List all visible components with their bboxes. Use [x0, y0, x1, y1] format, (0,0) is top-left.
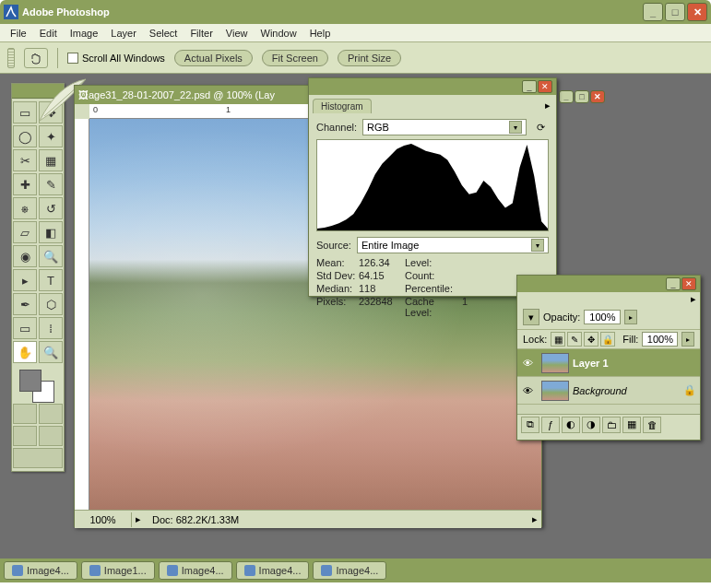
doc2-minimize[interactable]: _: [559, 90, 574, 103]
adjustment-layer-icon[interactable]: ◑: [582, 417, 600, 433]
hand-tool[interactable]: ✋: [13, 341, 37, 363]
panel-menu-icon[interactable]: ▸: [691, 293, 696, 305]
lasso-tool[interactable]: ◯: [13, 125, 37, 147]
zoom-tool[interactable]: 🔍: [39, 341, 63, 363]
eyedropper-tool[interactable]: ⁞: [39, 317, 63, 339]
color-swatches[interactable]: [12, 366, 64, 401]
menu-window[interactable]: Window: [255, 26, 303, 41]
opacity-input[interactable]: 100%: [584, 310, 621, 324]
document-statusbar: 100% ▸ Doc: 682.2K/1.33M ▸: [75, 510, 541, 528]
layer-row[interactable]: 👁 Layer 1: [517, 349, 700, 377]
zoom-field[interactable]: 100%: [75, 512, 132, 527]
quickmask-off[interactable]: [13, 404, 37, 424]
print-size-button[interactable]: Print Size: [338, 50, 401, 66]
layer-row[interactable]: 👁 Background 🔒: [517, 377, 700, 405]
link-layers-icon[interactable]: ⧉: [521, 417, 539, 433]
layers-close[interactable]: ✕: [681, 277, 696, 290]
move-tool[interactable]: ✥: [39, 101, 63, 123]
close-button[interactable]: ✕: [687, 3, 707, 21]
menu-filter[interactable]: Filter: [184, 26, 219, 41]
screenmode-2[interactable]: [39, 426, 63, 446]
eraser-tool[interactable]: ▱: [13, 221, 37, 243]
layers-titlebar[interactable]: _ ✕: [517, 276, 700, 292]
layers-minimize[interactable]: _: [666, 277, 681, 290]
quickmask-on[interactable]: [39, 404, 63, 424]
options-grip[interactable]: [7, 48, 15, 68]
fit-screen-button[interactable]: Fit Screen: [262, 50, 328, 66]
source-select[interactable]: Entire Image ▾: [357, 237, 549, 253]
maximize-button[interactable]: □: [665, 3, 685, 21]
panel-close[interactable]: ✕: [538, 80, 552, 93]
slice-tool[interactable]: ▦: [39, 149, 63, 171]
lock-paint-icon[interactable]: ✎: [567, 332, 582, 347]
opacity-stepper[interactable]: ▸: [624, 310, 637, 324]
histogram-panel: _ ✕ Histogram ▸ Channel: RGB ▾ ⟳: [308, 77, 557, 297]
crop-tool[interactable]: ✂: [13, 149, 37, 171]
layer-style-icon[interactable]: ƒ: [541, 417, 560, 433]
lock-position-icon[interactable]: ✥: [584, 332, 598, 347]
delete-layer-icon[interactable]: 🗑: [643, 417, 661, 433]
task-button[interactable]: Image4...: [159, 561, 232, 580]
refresh-icon[interactable]: ⟳: [532, 122, 549, 134]
wand-tool[interactable]: ✦: [39, 125, 63, 147]
marquee-tool[interactable]: ▭: [13, 101, 37, 123]
layer-list: 👁 Layer 1 👁 Background 🔒: [517, 349, 700, 414]
foreground-swatch[interactable]: [19, 370, 41, 392]
menu-edit[interactable]: Edit: [33, 26, 64, 41]
status-menu-arrow[interactable]: ▸: [132, 513, 145, 525]
layer-mask-icon[interactable]: ◐: [562, 417, 580, 433]
pen-tool[interactable]: ✒: [13, 293, 37, 315]
doc2-maximize[interactable]: □: [575, 90, 589, 103]
layer-name[interactable]: Layer 1: [573, 358, 700, 369]
path-tool[interactable]: ▸: [13, 269, 37, 291]
layer-thumbnail[interactable]: [541, 353, 569, 373]
heal-tool[interactable]: ✚: [13, 173, 37, 195]
type-tool[interactable]: T: [39, 269, 63, 291]
channel-select[interactable]: RGB ▾: [362, 119, 527, 135]
task-button[interactable]: Image1...: [81, 561, 155, 580]
menu-file[interactable]: File: [4, 26, 33, 41]
brush-tool[interactable]: ✎: [39, 173, 63, 195]
menu-help[interactable]: Help: [303, 26, 338, 41]
menu-view[interactable]: View: [219, 26, 255, 41]
shape-tool[interactable]: ⬡: [39, 293, 63, 315]
panel-titlebar[interactable]: _ ✕: [309, 78, 556, 95]
palette-grip[interactable]: [12, 84, 64, 99]
lock-transparency-icon[interactable]: ▦: [551, 332, 565, 347]
task-button[interactable]: Image4...: [236, 561, 310, 580]
panel-minimize[interactable]: _: [522, 80, 537, 93]
gradient-tool[interactable]: ◧: [39, 221, 63, 243]
layer-name[interactable]: Background: [573, 385, 683, 396]
stamp-tool[interactable]: ⎈: [13, 197, 37, 219]
visibility-icon[interactable]: 👁: [517, 358, 538, 369]
new-group-icon[interactable]: 🗀: [602, 417, 621, 433]
fill-stepper[interactable]: ▸: [681, 332, 694, 347]
new-layer-icon[interactable]: ▦: [622, 417, 641, 433]
panel-menu-icon[interactable]: ▸: [539, 98, 556, 113]
minimize-button[interactable]: _: [643, 3, 663, 21]
notes-tool[interactable]: ▭: [13, 317, 37, 339]
menu-image[interactable]: Image: [64, 26, 105, 41]
histogram-tab[interactable]: Histogram: [313, 99, 372, 113]
history-brush-tool[interactable]: ↺: [39, 197, 63, 219]
blend-mode-select[interactable]: ▾: [523, 309, 539, 325]
scroll-all-windows-checkbox[interactable]: Scroll All Windows: [67, 53, 165, 64]
blur-tool[interactable]: ◉: [13, 245, 37, 267]
status-scroll-right[interactable]: ▸: [528, 513, 541, 525]
fill-input[interactable]: 100%: [642, 332, 678, 347]
screenmode-1[interactable]: [13, 426, 37, 446]
actual-pixels-button[interactable]: Actual Pixels: [174, 50, 253, 66]
ruler-vertical[interactable]: [75, 119, 89, 510]
menu-select[interactable]: Select: [143, 26, 184, 41]
lock-all-icon[interactable]: 🔒: [600, 332, 615, 347]
jump-to-imageready[interactable]: [13, 448, 63, 468]
histogram-stats: Mean:126.34 Level: Std Dev:64.15 Count: …: [316, 257, 549, 318]
visibility-icon[interactable]: 👁: [517, 385, 538, 396]
menu-layer[interactable]: Layer: [104, 26, 143, 41]
hand-tool-icon[interactable]: [24, 48, 48, 68]
doc2-close[interactable]: ✕: [590, 90, 605, 103]
dodge-tool[interactable]: 🔍: [39, 245, 63, 267]
task-button[interactable]: Image4...: [4, 561, 77, 580]
layer-thumbnail[interactable]: [541, 381, 569, 401]
task-button[interactable]: Image4...: [313, 561, 386, 580]
